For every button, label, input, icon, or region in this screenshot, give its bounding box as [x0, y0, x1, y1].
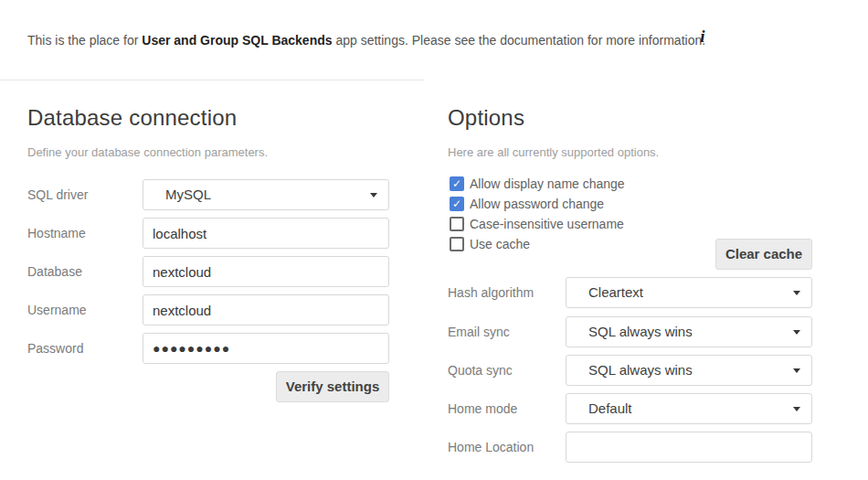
database-connection-subtitle: Define your database connection paramete…	[27, 145, 268, 159]
allow-password-change-row[interactable]: ✓ Allow password change	[450, 194, 651, 214]
database-connection-title: Database connection	[27, 105, 237, 131]
options-subtitle: Here are all currently supported options…	[448, 145, 659, 159]
allow-display-name-change-row[interactable]: ✓ Allow display name change	[450, 174, 651, 194]
intro-mid: app settings. Please see the	[333, 33, 501, 48]
hostname-row: Hostname	[27, 218, 389, 249]
documentation-link[interactable]: documentation	[500, 33, 584, 48]
database-label: Database	[27, 256, 82, 287]
allow-display-name-change-label[interactable]: Allow display name change	[470, 174, 625, 194]
use-cache-checkbox[interactable]: ✓	[450, 237, 464, 251]
username-row: Username	[27, 294, 389, 325]
quota-sync-row: Quota sync SQL always wins	[448, 355, 812, 386]
email-sync-row: Email sync SQL always wins	[448, 316, 812, 347]
intro-prefix: This is the place for	[27, 33, 142, 48]
password-label: Password	[27, 333, 83, 364]
home-mode-label: Home mode	[448, 393, 517, 424]
allow-password-change-checkbox[interactable]: ✓	[450, 197, 464, 211]
clear-cache-button[interactable]: Clear cache	[715, 239, 812, 270]
intro-text: This is the place for User and Group SQL…	[27, 33, 705, 48]
allow-display-name-change-checkbox[interactable]: ✓	[450, 176, 464, 191]
hash-algorithm-row: Hash algorithm Cleartext	[448, 277, 812, 308]
home-location-field-box	[566, 432, 812, 463]
database-field-box	[143, 256, 389, 287]
case-insensitive-username-checkbox[interactable]: ✓	[450, 217, 464, 231]
intro-suffix: for more information.	[584, 33, 705, 48]
app-name: User and Group SQL Backends	[142, 33, 332, 48]
check-icon: ✓	[451, 197, 462, 210]
sql-driver-label: SQL driver	[27, 179, 88, 210]
sql-driver-row: SQL driver MySQL	[27, 179, 389, 210]
app-settings-page: This is the place for User and Group SQL…	[0, 0, 868, 480]
chevron-down-icon	[793, 407, 800, 411]
case-insensitive-username-label[interactable]: Case-insensitive username	[470, 214, 624, 234]
home-location-label: Home Location	[448, 432, 534, 463]
quota-sync-select[interactable]: SQL always wins	[566, 355, 812, 386]
hostname-label: Hostname	[27, 218, 86, 249]
case-insensitive-username-row[interactable]: ✓ Case-insensitive username	[450, 214, 651, 234]
info-icon[interactable]: i	[694, 27, 711, 47]
home-mode-row: Home mode Default	[448, 393, 812, 424]
email-sync-label: Email sync	[448, 316, 510, 347]
password-input[interactable]	[143, 334, 388, 363]
username-input[interactable]	[143, 295, 388, 325]
home-location-row: Home Location	[448, 432, 812, 463]
email-sync-select[interactable]: SQL always wins	[566, 316, 812, 347]
chevron-down-icon	[793, 330, 800, 335]
check-icon: ✓	[451, 177, 462, 190]
hash-algorithm-value: Cleartext	[588, 278, 643, 307]
use-cache-label[interactable]: Use cache	[470, 234, 530, 254]
options-title: Options	[448, 105, 524, 131]
use-cache-row[interactable]: ✓ Use cache	[450, 234, 651, 254]
home-location-input[interactable]	[566, 432, 811, 462]
section-divider	[0, 80, 424, 80]
chevron-down-icon	[793, 291, 800, 295]
home-mode-value: Default	[588, 394, 632, 423]
password-field-box	[143, 333, 389, 364]
hash-algorithm-select[interactable]: Cleartext	[566, 277, 812, 308]
username-label: Username	[27, 294, 87, 325]
quota-sync-value: SQL always wins	[588, 356, 693, 385]
verify-settings-button[interactable]: Verify settings	[276, 371, 389, 402]
sql-driver-value: MySQL	[165, 180, 211, 209]
database-row: Database	[27, 256, 389, 287]
home-mode-select[interactable]: Default	[566, 393, 812, 424]
username-field-box	[143, 294, 389, 325]
chevron-down-icon	[370, 193, 377, 197]
hash-algorithm-label: Hash algorithm	[448, 277, 534, 308]
sql-driver-select[interactable]: MySQL	[143, 179, 389, 210]
database-input[interactable]	[143, 257, 388, 286]
hostname-input[interactable]	[143, 219, 388, 248]
password-row: Password	[27, 333, 389, 364]
hostname-field-box	[143, 218, 389, 249]
email-sync-value: SQL always wins	[588, 317, 693, 347]
allow-password-change-label[interactable]: Allow password change	[470, 194, 604, 214]
chevron-down-icon	[793, 368, 800, 373]
quota-sync-label: Quota sync	[448, 355, 513, 386]
